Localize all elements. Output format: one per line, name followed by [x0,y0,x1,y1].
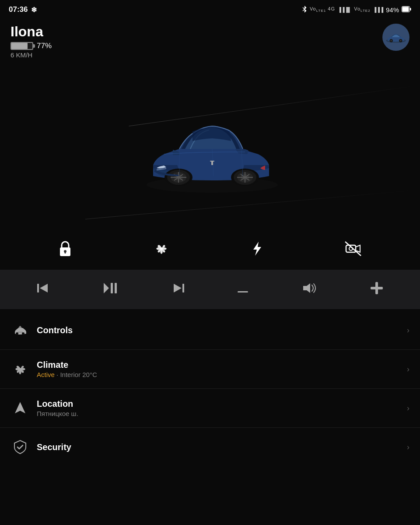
svg-rect-2 [410,8,411,11]
autopilot-icon [344,241,362,257]
bolt-icon [251,241,263,257]
volume-up-icon [371,282,383,294]
avatar-car-icon [385,31,407,44]
climate-chevron: › [407,365,410,374]
climate-title: Climate [37,360,407,370]
car-icon [13,325,27,335]
svg-point-5 [390,40,392,42]
tesla-car-svg [127,84,293,198]
location-chevron: › [407,404,410,413]
header: Ilona 77% 6 KM/H [0,19,420,59]
signal-icons: VoLTE1 4G [310,6,335,13]
volume-icon [301,282,317,294]
battery-percent-label: 77% [37,42,52,50]
status-right: VoLTE1 4G ▐▐▐▌ VoLTE2 ▐▐▐ 94% [302,5,411,14]
security-menu-item[interactable]: Security › [0,428,420,466]
security-title: Security [37,442,407,452]
status-left: 07:36 ❄ [9,5,37,14]
car-name: Ilona [10,24,52,40]
climate-text: Climate Active · Interior 20°C [37,360,407,378]
battery-icon [402,6,411,14]
speed-display: 6 KM/H [10,51,52,59]
play-pause-icon [103,282,119,294]
battery-bar-inner [11,43,28,49]
volume-icon-button[interactable] [296,278,322,300]
volume-down-icon [238,290,248,293]
svg-rect-25 [210,161,214,162]
controls-chevron: › [407,326,410,335]
battery-bar-outer [10,42,33,50]
fan-icon [154,241,169,257]
climate-fan-icon [13,362,27,376]
lock-icon [58,241,72,257]
play-pause-button[interactable] [98,278,124,300]
next-track-icon [172,283,184,293]
svg-rect-34 [37,284,39,292]
signal-bars-2: ▐▐▐ [373,7,383,12]
autopilot-button[interactable] [336,236,371,261]
security-chevron: › [407,443,410,452]
climate-icon [10,359,30,379]
shield-icon [14,440,27,455]
prev-track-icon [37,283,49,293]
climate-temp: Interior 20°C [60,371,97,378]
svg-line-33 [345,242,361,256]
svg-rect-36 [115,283,117,293]
controls-text: Controls [37,325,407,335]
status-time: 07:36 [9,5,28,14]
climate-subtitle: Active · Interior 20°C [37,371,407,378]
controls-menu-item[interactable]: Controls › [0,311,420,350]
svg-rect-1 [402,7,409,11]
svg-point-41 [16,332,18,335]
status-bar: 07:36 ❄ VoLTE1 4G ▐▐▐▌ VoLTE2 ▐▐▐ 94% [0,0,420,19]
car-info: Ilona 77% 6 KM/H [10,24,52,59]
svg-rect-37 [182,284,184,292]
climate-quick-button[interactable] [145,236,178,261]
bluetooth-icon [302,5,307,14]
climate-active-label: Active [37,371,55,378]
media-controls [0,270,420,309]
lock-button[interactable] [49,236,81,261]
svg-rect-40 [371,287,383,289]
status-snowflake-icon: ❄ [31,6,37,14]
car-3d-model [127,84,293,200]
svg-point-7 [400,40,402,42]
location-subtitle: Пятницкое ш. [37,410,407,417]
volume-down-button[interactable] [232,280,253,299]
svg-rect-29 [65,251,66,254]
signal-icons-2: VoLTE2 [354,6,370,13]
location-menu-item[interactable]: Location Пятницкое ш. › [0,389,420,428]
car-visual-area [0,59,420,225]
location-title: Location [37,399,407,409]
svg-rect-43 [18,332,23,332]
signal-bars: ▐▐▐▌ [338,7,351,12]
security-icon [10,437,30,457]
climate-menu-item[interactable]: Climate Active · Interior 20°C › [0,350,420,389]
status-battery: 94% [386,6,399,14]
volume-up-button[interactable] [365,278,388,300]
controls-icon [10,321,30,340]
location-text: Location Пятницкое ш. [37,399,407,417]
svg-rect-26 [211,162,213,165]
controls-title: Controls [37,325,407,335]
security-text: Security [37,442,407,452]
prev-track-button[interactable] [32,279,55,299]
next-track-button[interactable] [167,279,189,299]
charge-button[interactable] [242,236,272,261]
battery-row: 77% [10,42,52,50]
location-icon [10,398,30,418]
quick-actions [0,229,420,268]
svg-point-42 [22,332,24,335]
navigation-icon [14,401,26,415]
menu-list: Controls › Climate Active · Interior 20°… [0,311,420,466]
car-avatar[interactable] [382,24,410,51]
svg-rect-38 [238,291,248,292]
svg-rect-35 [111,283,113,293]
